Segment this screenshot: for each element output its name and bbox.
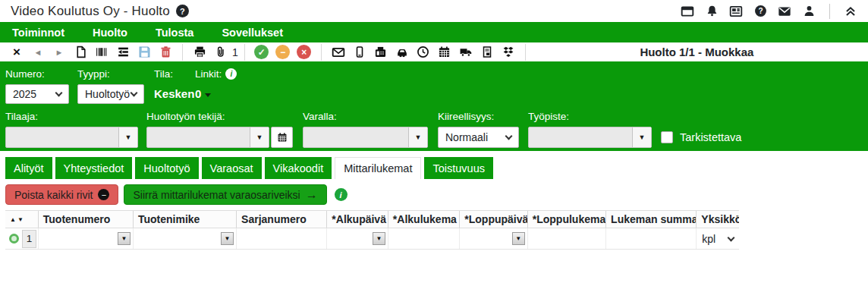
- collapse-panel-icon[interactable]: [844, 5, 857, 18]
- info-icon[interactable]: i: [335, 188, 348, 201]
- linkit-value[interactable]: 0: [195, 84, 237, 104]
- cell-dropdown-icon[interactable]: ▼: [512, 232, 525, 245]
- cell-tuotenimike[interactable]: ▼: [134, 228, 237, 249]
- tab-huoltotyo[interactable]: Huoltotyö: [135, 157, 198, 179]
- delete-icon[interactable]: [157, 44, 174, 61]
- clock-icon[interactable]: [415, 44, 432, 61]
- tab-toistuvuus[interactable]: Toistuvuus: [424, 157, 493, 179]
- cell-loppulukema[interactable]: [528, 228, 606, 249]
- cell-tuotenumero[interactable]: ▼: [39, 228, 134, 249]
- column-header-alkupaiva[interactable]: *Alkupäivä: [327, 211, 388, 228]
- sort-icons[interactable]: ▲▼: [10, 216, 25, 223]
- bell-icon[interactable]: [705, 5, 719, 18]
- kiireellisyys-select[interactable]: Normaali: [438, 127, 519, 148]
- menu-sovellukset[interactable]: Sovellukset: [222, 27, 283, 39]
- dropdown-arrow-icon[interactable]: ▼: [408, 127, 427, 147]
- report-icon[interactable]: [479, 44, 495, 61]
- next-record-icon[interactable]: ►: [51, 44, 68, 61]
- tyyppi-select[interactable]: Huoltotyö: [77, 84, 144, 104]
- tab-varaosat[interactable]: Varaosat: [202, 157, 262, 179]
- column-header-tuotenimike[interactable]: Tuotenimike: [134, 211, 237, 228]
- delete-all-rows-button[interactable]: Poista kaikki rivit −: [5, 184, 118, 205]
- approve-icon[interactable]: ✓: [254, 45, 269, 59]
- linkit-info-icon[interactable]: i: [225, 68, 237, 80]
- dropdown-arrow-icon[interactable]: ▼: [118, 127, 137, 147]
- reject-icon[interactable]: ×: [297, 45, 311, 59]
- column-header-lukeman-summa[interactable]: Lukeman summa: [606, 211, 697, 228]
- action-bar: Poista kaikki rivit − Siirrä mittariluke…: [5, 184, 863, 205]
- email-icon[interactable]: [330, 44, 347, 61]
- tab-vikakoodit[interactable]: Vikakoodit: [265, 157, 332, 179]
- column-header-sarjanumero[interactable]: Sarjanumero: [237, 211, 327, 228]
- menu-huolto[interactable]: Huolto: [93, 27, 127, 39]
- linkit-count: 0: [195, 87, 201, 100]
- column-header-loppulukema[interactable]: *Loppulukema: [528, 211, 606, 228]
- varalla-label: Varalla:: [303, 111, 428, 122]
- tyopiste-combobox[interactable]: ▼: [528, 127, 652, 148]
- yksikko-select[interactable]: kpl: [699, 233, 737, 245]
- minus-circle-icon: −: [98, 189, 109, 200]
- cell-sarjanumero[interactable]: [237, 228, 327, 249]
- column-header-yksikko[interactable]: Yksikkö: [697, 211, 739, 228]
- pause-icon[interactable]: −: [275, 45, 290, 59]
- cell-yksikko: kpl: [697, 228, 739, 249]
- calendar-icon[interactable]: [436, 44, 453, 61]
- tekija-combobox[interactable]: ▼: [146, 127, 269, 148]
- tab-mittarilukemat[interactable]: Mittarilukemat: [335, 157, 421, 179]
- new-document-icon[interactable]: [72, 44, 89, 61]
- chevron-down-icon: [131, 90, 138, 97]
- close-icon[interactable]: ×: [8, 44, 25, 61]
- insert-row-icon[interactable]: [115, 44, 131, 61]
- transfer-to-parts-button[interactable]: Siirrä mittarilukemat varaosariveiksi →: [124, 184, 326, 205]
- mobile-phone-icon[interactable]: [351, 44, 368, 61]
- column-header-alkulukema[interactable]: *Alkulukema: [388, 211, 460, 228]
- barcode-icon[interactable]: [93, 44, 110, 61]
- app-window: Video Koulutus Oy - Huolto ? ?: [0, 0, 868, 308]
- chevron-down-icon: [55, 90, 63, 97]
- car-icon[interactable]: [394, 44, 410, 61]
- mail-icon[interactable]: [778, 5, 791, 18]
- kiireellisyys-value: Normaali: [445, 131, 488, 143]
- tab-bar: Alityöt Yhteystiedot Huoltotyö Varaosat …: [5, 157, 863, 179]
- truck-icon[interactable]: [458, 44, 474, 61]
- varalla-combobox[interactable]: ▼: [303, 127, 428, 148]
- numero-value: 2025: [13, 88, 36, 100]
- column-header-loppupaiva[interactable]: *Loppupäivä: [460, 211, 527, 228]
- tab-content-area: Alityöt Yhteystiedot Huoltotyö Varaosat …: [0, 151, 868, 250]
- help-icon[interactable]: ?: [753, 5, 767, 18]
- print-icon[interactable]: [191, 44, 208, 61]
- tab-alityot[interactable]: Alityöt: [5, 157, 52, 179]
- tilaaja-combobox[interactable]: ▼: [5, 127, 138, 148]
- tab-yhteystiedot[interactable]: Yhteystiedot: [55, 157, 133, 179]
- save-icon[interactable]: [136, 44, 153, 61]
- numero-select[interactable]: 2025: [5, 84, 69, 104]
- cell-lukeman-summa[interactable]: [606, 228, 697, 249]
- add-row-icon[interactable]: [9, 234, 19, 244]
- cell-dropdown-icon[interactable]: ▼: [221, 232, 234, 245]
- tekija-calendar-button[interactable]: [271, 127, 293, 148]
- fax-icon[interactable]: [373, 44, 389, 61]
- row-number[interactable]: 1: [22, 230, 36, 248]
- cell-alkupaiva[interactable]: ▼: [327, 228, 388, 249]
- dropbox-icon[interactable]: [500, 44, 517, 61]
- menu-toiminnot[interactable]: Toiminnot: [12, 27, 64, 39]
- user-icon[interactable]: [802, 5, 816, 18]
- prev-record-icon[interactable]: ◄: [30, 44, 46, 61]
- cell-dropdown-icon[interactable]: ▼: [118, 232, 131, 245]
- column-header-tuotenumero[interactable]: Tuotenumero: [39, 211, 134, 228]
- numero-label: Numero:: [5, 68, 69, 80]
- help-badge-icon[interactable]: ?: [176, 5, 189, 17]
- cell-loppupaiva[interactable]: ▼: [460, 228, 527, 249]
- menu-tulosta[interactable]: Tulosta: [156, 27, 193, 39]
- toolbar-divider: [244, 44, 245, 61]
- dropdown-arrow-icon[interactable]: ▼: [632, 127, 651, 147]
- cell-alkulukema[interactable]: [388, 228, 460, 249]
- tarkistettava-checkbox[interactable]: [661, 131, 673, 143]
- cell-dropdown-icon[interactable]: ▼: [373, 232, 385, 245]
- browser-window-icon[interactable]: [681, 5, 694, 18]
- toolbar-divider: [321, 44, 322, 61]
- attachment-icon[interactable]: [212, 44, 229, 61]
- dropdown-arrow-icon[interactable]: ▼: [250, 127, 269, 147]
- news-card-icon[interactable]: [729, 5, 743, 18]
- svg-text:?: ?: [758, 7, 763, 15]
